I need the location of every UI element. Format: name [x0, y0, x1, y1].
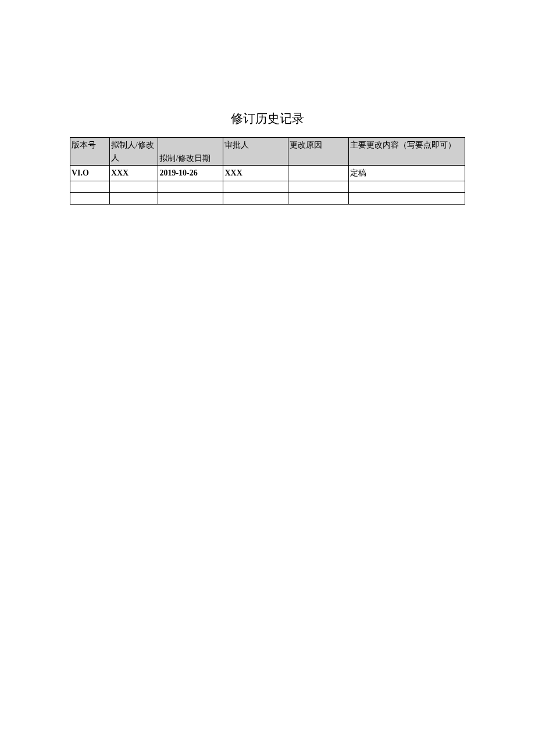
header-approver: 审批人: [223, 138, 288, 166]
cell-author: [109, 193, 158, 205]
cell-content: 定稿: [349, 166, 465, 181]
cell-author: [109, 181, 158, 193]
cell-version: [70, 181, 110, 193]
revision-history-table: 版本号 拟制人/修改人 拟制/修改日期 审批人 更改原因 主要更改内容（写要点即…: [70, 137, 465, 205]
cell-approver: XXX: [223, 166, 288, 181]
header-row: 版本号 拟制人/修改人 拟制/修改日期 审批人 更改原因 主要更改内容（写要点即…: [70, 138, 465, 166]
header-author: 拟制人/修改人: [109, 138, 158, 166]
table-header: 版本号 拟制人/修改人 拟制/修改日期 审批人 更改原因 主要更改内容（写要点即…: [70, 138, 465, 166]
cell-reason: [288, 166, 349, 181]
header-date: 拟制/修改日期: [158, 138, 223, 166]
table-row: VI.O XXX 2019-10-26 XXX 定稿: [70, 166, 465, 181]
cell-content: [349, 181, 465, 193]
cell-approver: [223, 181, 288, 193]
table-body: VI.O XXX 2019-10-26 XXX 定稿: [70, 166, 465, 205]
cell-reason: [288, 181, 349, 193]
header-version: 版本号: [70, 138, 110, 166]
cell-version: VI.O: [70, 166, 110, 181]
table-row: [70, 193, 465, 205]
header-reason: 更改原因: [288, 138, 349, 166]
cell-date: 2019-10-26: [158, 166, 223, 181]
cell-date: [158, 193, 223, 205]
document-container: 修订历史记录 版本号 拟制人/修改人 拟制/修改日期 审批人 更改原因 主要更改…: [70, 110, 465, 205]
cell-date: [158, 181, 223, 193]
cell-content: [349, 193, 465, 205]
table-row: [70, 181, 465, 193]
header-content: 主要更改内容（写要点即可）: [349, 138, 465, 166]
cell-version: [70, 193, 110, 205]
cell-approver: [223, 193, 288, 205]
page-title: 修订历史记录: [70, 110, 465, 127]
cell-author: XXX: [109, 166, 158, 181]
cell-reason: [288, 193, 349, 205]
